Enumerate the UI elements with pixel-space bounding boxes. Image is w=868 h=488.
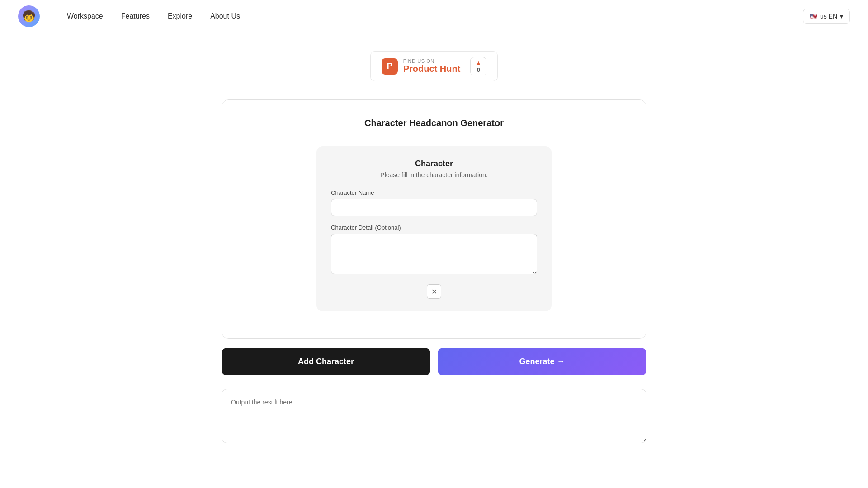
character-detail-group: Character Detail (Optional)	[331, 224, 537, 276]
character-card-title: Character	[331, 159, 537, 169]
remove-character-button[interactable]: ✕	[427, 284, 441, 299]
navbar: 🧒 Workspace Features Explore About Us 🇺🇸…	[0, 0, 868, 33]
nav-explore[interactable]: Explore	[168, 12, 192, 20]
generator-section: Character Headcanon Generator Character …	[222, 99, 646, 339]
navbar-right: 🇺🇸 us EN ▾	[803, 9, 850, 24]
character-card: Character Please fill in the character i…	[316, 146, 552, 311]
upvote-arrow-icon: ▲	[475, 59, 481, 66]
upvote-count: 0	[477, 66, 480, 73]
flag-icon: 🇺🇸	[810, 13, 817, 20]
output-section	[222, 389, 646, 445]
logo-avatar: 🧒	[18, 5, 40, 27]
language-selector[interactable]: 🇺🇸 us EN ▾	[803, 9, 850, 24]
upvote-badge: ▲ 0	[470, 57, 486, 75]
character-name-input[interactable]	[331, 199, 537, 216]
bottom-buttons: Add Character Generate →	[222, 348, 646, 375]
main-content: P FIND US ON Product Hunt ▲ 0 Character …	[0, 33, 868, 463]
character-name-label: Character Name	[331, 189, 537, 196]
character-detail-input[interactable]	[331, 234, 537, 274]
output-textarea[interactable]	[222, 389, 646, 443]
product-hunt-name: Product Hunt	[403, 64, 461, 74]
lang-label: us EN	[820, 13, 837, 20]
chevron-down-icon: ▾	[840, 13, 843, 20]
character-card-subtitle: Please fill in the character information…	[331, 171, 537, 178]
generate-button[interactable]: Generate →	[438, 348, 646, 375]
nav-features[interactable]: Features	[121, 12, 150, 20]
character-name-group: Character Name	[331, 189, 537, 216]
product-hunt-banner[interactable]: P FIND US ON Product Hunt ▲ 0	[370, 51, 498, 81]
close-icon: ✕	[431, 287, 437, 296]
logo[interactable]: 🧒	[18, 5, 40, 27]
product-hunt-icon: P	[382, 58, 398, 75]
nav-workspace[interactable]: Workspace	[67, 12, 103, 20]
find-us-label: FIND US ON	[403, 58, 461, 64]
add-character-button[interactable]: Add Character	[222, 348, 430, 375]
generator-title: Character Headcanon Generator	[240, 118, 628, 128]
nav-about[interactable]: About Us	[210, 12, 240, 20]
product-hunt-text: FIND US ON Product Hunt	[403, 58, 461, 74]
character-detail-label: Character Detail (Optional)	[331, 224, 537, 231]
nav-links: Workspace Features Explore About Us	[67, 12, 803, 20]
